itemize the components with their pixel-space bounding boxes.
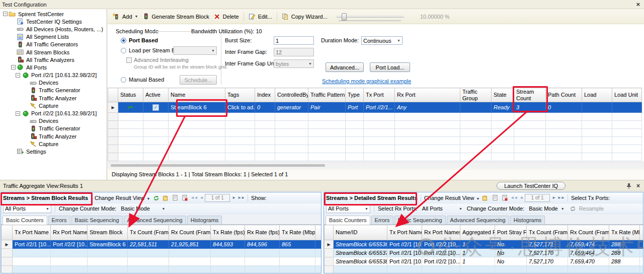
column-header[interactable]: Tx Rate (fps) <box>211 225 245 240</box>
cell[interactable]: Port //2/1 [10... <box>387 240 422 249</box>
table-row[interactable]: StreamBlock 6/65537Port //2/1 [10...Port… <box>325 249 644 257</box>
cell[interactable]: Any <box>395 102 460 113</box>
column-header[interactable]: ControlledBy <box>275 88 308 102</box>
cell[interactable]: 22,581,511 <box>128 240 169 249</box>
column-header[interactable]: Load <box>582 88 612 102</box>
load-slider[interactable] <box>337 12 404 21</box>
column-header[interactable]: Tx Port Name <box>13 225 51 240</box>
cell[interactable]: 288 <box>609 240 640 249</box>
cell[interactable]: StreamBlock 6/65536 <box>334 240 387 249</box>
table-row[interactable]: ▶Port //2/1 [10...Port //2/2 [10...Strea… <box>2 240 321 249</box>
left-tab-histograms[interactable]: Histograms <box>187 216 222 224</box>
left-tab-basic-sequencing[interactable]: Basic Sequencing <box>71 216 123 224</box>
cell[interactable]: No <box>495 257 527 266</box>
cell[interactable]: Port //2/2 [10... <box>51 240 88 249</box>
cell[interactable]: No <box>495 249 527 257</box>
close-results-icon[interactable]: × <box>636 182 640 189</box>
column-header[interactable]: Name/ID <box>334 225 387 240</box>
cell[interactable]: Port //2/1 [10... <box>387 257 422 266</box>
tree-item-all-traffic-generators[interactable]: All Traffic Generators <box>0 41 107 48</box>
column-header[interactable]: Rx Port Names <box>422 225 460 240</box>
tree-item-all-devices-hosts-routers[interactable]: All Devices (Hosts, Routers, ...) <box>0 25 107 33</box>
cell[interactable] <box>118 102 143 113</box>
column-header[interactable]: Tx Port <box>364 88 395 102</box>
cell[interactable]: StreamBlock 6 <box>88 240 128 249</box>
inter-frame-gap-input[interactable]: 12 <box>274 48 314 56</box>
prev-page-icon[interactable]: ◄ <box>199 195 203 200</box>
last-page-icon[interactable]: ►► <box>237 195 245 200</box>
cell[interactable]: 288 <box>609 249 640 257</box>
cell[interactable]: 7,659,470 <box>568 257 609 266</box>
first-page-icon[interactable]: ◄◄ <box>510 195 517 200</box>
cell[interactable]: 0 <box>546 102 582 113</box>
cell[interactable]: 288 <box>609 257 640 266</box>
table-row[interactable]: ▶✓StreamBlock 6Click to ad...0generatorP… <box>108 102 642 113</box>
column-header[interactable]: Active <box>143 88 169 102</box>
column-header[interactable]: Rx Rate (fps) <box>245 225 280 240</box>
column-header[interactable]: Tx Rate (Mb <box>609 225 640 240</box>
tree-item-all-traffic-analyzers[interactable]: All Traffic Analyzers <box>0 56 107 63</box>
table-row[interactable] <box>2 257 321 266</box>
cell[interactable] <box>460 102 492 113</box>
cell[interactable]: 1 <box>460 249 495 257</box>
next-page-icon[interactable]: ► <box>232 195 235 200</box>
cell[interactable]: 1 <box>460 240 495 249</box>
cell[interactable]: 1 <box>460 257 495 266</box>
cell[interactable]: Pair <box>308 102 346 113</box>
port-based-radio[interactable] <box>121 38 126 43</box>
tree-item-all-ports[interactable]: −All Ports <box>0 63 107 71</box>
first-page-icon[interactable]: ◄◄ <box>191 195 198 200</box>
cell[interactable]: 7,527,171 <box>527 240 568 249</box>
table-row[interactable] <box>108 113 642 121</box>
table-row[interactable] <box>108 145 642 153</box>
export-doc-icon[interactable] <box>181 194 189 201</box>
cell[interactable]: 21,925,851 <box>169 240 211 249</box>
table-row[interactable]: ▶StreamBlock 6/65536Port //2/1 [10...Por… <box>325 240 644 249</box>
manual-based-radio[interactable] <box>121 77 126 83</box>
column-header[interactable]: Load Unit <box>612 88 642 102</box>
cell[interactable]: Port //2/1 [10... <box>13 240 51 249</box>
left-tab-errors[interactable]: Errors <box>48 216 70 224</box>
cell[interactable]: 0 <box>255 102 275 113</box>
column-header[interactable]: Traffic Pattern <box>308 88 346 102</box>
cell[interactable] <box>582 102 612 113</box>
column-header[interactable]: Name <box>169 88 225 102</box>
column-header[interactable]: Index <box>255 88 275 102</box>
cell[interactable]: Click to ad... <box>225 102 255 113</box>
refresh-icon[interactable] <box>152 194 160 201</box>
copy-doc-icon[interactable] <box>172 194 179 201</box>
cell[interactable]: 3 <box>514 102 546 113</box>
cell[interactable]: Port //2/2 [10... <box>422 240 460 249</box>
export-doc-icon[interactable] <box>501 194 508 201</box>
column-header[interactable]: Rx Port <box>395 88 460 102</box>
cell[interactable]: Port //2/1... <box>364 102 395 113</box>
rx-ports-combo[interactable]: All Ports▼ <box>420 204 464 213</box>
table-row[interactable] <box>108 129 642 137</box>
column-header[interactable]: Rx Count (Frames) <box>568 225 609 240</box>
tree-item-capture[interactable]: Capture <box>0 140 107 148</box>
column-header[interactable]: Tags <box>225 88 255 102</box>
column-header[interactable]: Aggregated Rx Port Count <box>460 225 495 240</box>
change-result-view-button[interactable]: Change Result View ▼ <box>95 195 150 201</box>
cell[interactable]: 7,659,464 <box>568 249 609 257</box>
close-icon[interactable]: × <box>634 2 642 8</box>
column-header[interactable]: Type <box>346 88 364 102</box>
tree-item-traffic-generator[interactable]: Traffic Generator <box>0 125 107 132</box>
tree-item-devices[interactable]: Devices <box>0 79 107 87</box>
column-header[interactable]: Stream Block <box>88 225 128 240</box>
cell[interactable]: 7,527,170 <box>527 257 568 266</box>
tree-item-devices[interactable]: Devices <box>0 117 107 125</box>
tx-ports-combo[interactable]: All Ports▼ <box>326 204 370 213</box>
advanced-interleaving-checkbox[interactable] <box>126 57 132 63</box>
column-header[interactable]: Traffic Group <box>460 88 492 102</box>
generate-stream-block-button[interactable]: Generate Stream Block <box>140 12 211 21</box>
scheduling-example-link[interactable]: Scheduling mode graphical example <box>322 78 411 84</box>
tree-item-all-segment-lists[interactable]: All Segment Lists <box>0 33 107 41</box>
expander-icon[interactable]: − <box>11 65 16 70</box>
next-page-icon[interactable]: ► <box>552 195 555 200</box>
tree-item-traffic-analyzer[interactable]: Traffic Analyzer <box>0 94 107 102</box>
load-slider-handle[interactable] <box>342 13 347 21</box>
table-row[interactable] <box>108 121 642 129</box>
cell[interactable]: Port //2/1 [10... <box>387 249 422 257</box>
copy-doc-icon[interactable] <box>491 194 499 201</box>
